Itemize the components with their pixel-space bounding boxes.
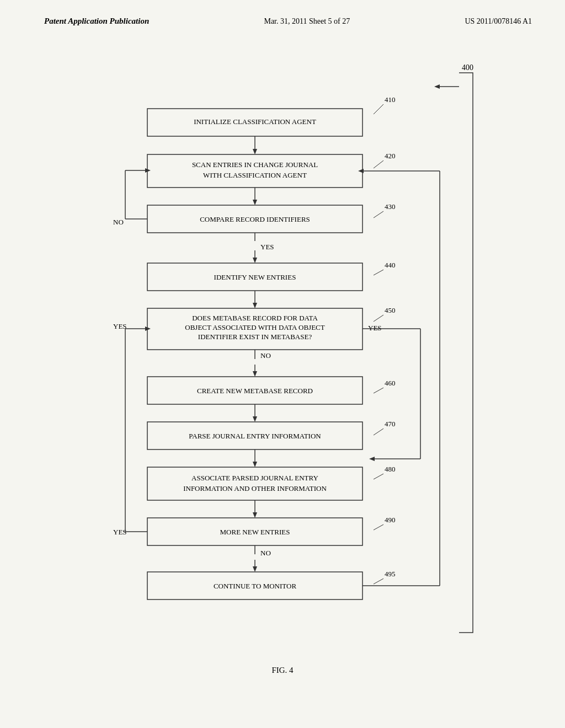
publication-type: Patent Application Publication — [44, 17, 149, 26]
line-450-label — [374, 315, 383, 322]
text-480b: INFORMATION AND OTHER INFORMATION — [183, 484, 327, 493]
text-460: CREATE NEW METABASE RECORD — [197, 387, 313, 395]
text-495: CONTINUE TO MONITOR — [214, 582, 297, 590]
arrowhead-470-480 — [253, 462, 257, 467]
caption-text: FIG. 4 — [271, 666, 293, 675]
arrowhead-460-470 — [253, 416, 257, 422]
arrowhead-yes-440 — [253, 258, 257, 263]
text-450b: OBJECT ASSOCIATED WITH DATA OBJECT — [185, 323, 325, 331]
arrowhead-450-no — [253, 371, 257, 377]
label-no-450: NO — [260, 351, 271, 360]
publication-date-sheet: Mar. 31, 2011 Sheet 5 of 27 — [264, 17, 350, 26]
text-490: MORE NEW ENTRIES — [220, 528, 290, 536]
bracket-arrow-head — [434, 84, 440, 89]
label-no-430: NO — [113, 218, 124, 226]
text-480a: ASSOCIATE PARSED JOURNAL ENTRY — [191, 474, 318, 482]
label-yes-490: YES — [113, 528, 127, 536]
label-495: 495 — [385, 570, 396, 578]
label-450: 450 — [385, 306, 396, 314]
label-430: 430 — [385, 202, 396, 211]
arrowhead-440-450 — [253, 303, 257, 308]
diagram-id: 400 — [462, 63, 473, 72]
label-490: 490 — [385, 516, 396, 524]
text-470: PARSE JOURNAL ENTRY INFORMATION — [189, 432, 321, 440]
label-410: 410 — [385, 95, 396, 104]
arrowhead-495-loop — [358, 169, 364, 173]
text-450a: DOES METABASE RECORD FOR DATA — [192, 314, 318, 322]
arrowhead-490-yes — [145, 326, 151, 331]
page-header: Patent Application Publication Mar. 31, … — [0, 0, 565, 31]
page: Patent Application Publication Mar. 31, … — [0, 0, 565, 728]
label-420: 420 — [385, 152, 396, 160]
flowchart-svg: 400 410 INITIALIZE CLASSIFICATION AGENT … — [76, 42, 489, 660]
figure-caption: FIG. 4 — [0, 666, 565, 686]
line-490-label — [374, 524, 383, 530]
text-450c: IDENTIFIER EXIST IN METABASE? — [198, 333, 312, 341]
text-410: INITIALIZE CLASSIFICATION AGENT — [194, 117, 316, 126]
line-440-label — [374, 270, 383, 275]
box-480 — [147, 467, 363, 500]
text-420a: SCAN ENTRIES IN CHANGE JOURNAL — [192, 160, 318, 169]
arrowhead-410-420 — [253, 149, 257, 154]
line-430-label — [374, 211, 383, 218]
arrowhead-490-no — [253, 566, 257, 572]
diagram-bracket — [459, 73, 473, 633]
label-no-490: NO — [260, 549, 271, 557]
arrowhead-480-490 — [253, 512, 257, 518]
text-440: IDENTIFY NEW ENTRIES — [214, 273, 296, 281]
line-480-label — [374, 474, 383, 479]
label-480: 480 — [385, 465, 396, 473]
publication-number: US 2011/0078146 A1 — [465, 17, 532, 26]
line-495-label — [374, 579, 383, 584]
label-yes-450: YES — [368, 324, 382, 332]
arrowhead-430-no — [145, 168, 151, 173]
line-470-label — [374, 429, 383, 435]
label-470: 470 — [385, 420, 396, 428]
label-yes-430: YES — [260, 243, 274, 251]
text-430: COMPARE RECORD IDENTIFIERS — [200, 215, 310, 223]
line-410-label — [374, 104, 383, 114]
diagram-area: 400 410 INITIALIZE CLASSIFICATION AGENT … — [0, 42, 565, 660]
arrowhead-420-430 — [253, 200, 257, 205]
label-460: 460 — [385, 379, 396, 387]
label-440: 440 — [385, 261, 396, 269]
text-420b: WITH CLASSIFICATION AGENT — [203, 171, 307, 179]
arrowhead-450-yes — [369, 457, 375, 461]
line-460-label — [374, 388, 383, 393]
line-420-label — [374, 160, 383, 168]
label-yes-490-side: YES — [113, 322, 127, 330]
